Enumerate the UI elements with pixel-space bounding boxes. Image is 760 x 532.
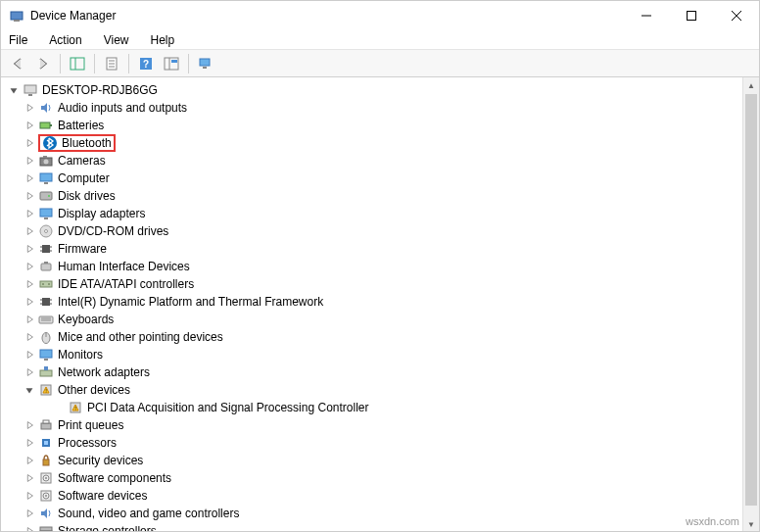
- tree-item[interactable]: Storage controllers: [5, 522, 742, 532]
- tree-item-label: Audio inputs and outputs: [58, 101, 187, 115]
- expander-icon[interactable]: [23, 348, 36, 362]
- tree-item[interactable]: ! PCI Data Acquisition and Signal Proces…: [5, 399, 742, 416]
- scroll-thumb[interactable]: [745, 94, 757, 506]
- tree-item-label: Software devices: [58, 489, 147, 503]
- expander-icon[interactable]: [23, 171, 36, 185]
- scroll-down-arrow[interactable]: ▼: [743, 516, 759, 532]
- close-button[interactable]: [714, 1, 759, 30]
- tree-item[interactable]: Monitors: [5, 346, 742, 363]
- device-tree[interactable]: DESKTOP-RDJB6GG Audio inputs and outputs…: [1, 77, 742, 532]
- tree-item[interactable]: Intel(R) Dynamic Platform and Thermal Fr…: [5, 293, 742, 311]
- expander-icon[interactable]: [7, 83, 21, 97]
- keyboard-icon: [38, 312, 54, 327]
- expander-icon[interactable]: [23, 436, 36, 450]
- expander-icon[interactable]: [23, 207, 36, 220]
- tree-item[interactable]: Software components: [5, 469, 742, 487]
- expander-icon[interactable]: [23, 224, 36, 238]
- tree-item-label: Software components: [58, 471, 171, 485]
- properties-button[interactable]: [101, 53, 122, 74]
- expander-icon[interactable]: [23, 277, 36, 291]
- expander-icon[interactable]: [23, 313, 36, 326]
- tree-item-label: Cameras: [58, 154, 106, 168]
- expander-icon[interactable]: [23, 154, 36, 168]
- menu-help[interactable]: Help: [147, 31, 179, 49]
- tree-item[interactable]: Network adapters: [5, 363, 742, 381]
- svg-rect-1: [14, 20, 20, 22]
- expander-icon[interactable]: [23, 365, 36, 379]
- tree-root[interactable]: DESKTOP-RDJB6GG: [5, 81, 742, 99]
- tree-item-label: Keyboards: [58, 313, 114, 326]
- svg-rect-14: [165, 58, 178, 70]
- tree-item[interactable]: Security devices: [5, 452, 742, 469]
- forward-button[interactable]: [32, 53, 54, 74]
- maximize-button[interactable]: [669, 1, 714, 30]
- devices-button[interactable]: [195, 53, 216, 74]
- tree-item[interactable]: Mice and other pointing devices: [5, 328, 742, 346]
- tree-item-label: Mice and other pointing devices: [58, 330, 223, 344]
- tree-item-label: Print queues: [58, 418, 123, 432]
- tree-item[interactable]: Audio inputs and outputs: [5, 99, 742, 117]
- tree-item-label: Batteries: [58, 119, 104, 132]
- expander-icon[interactable]: [23, 119, 36, 132]
- scroll-up-arrow[interactable]: ▲: [743, 77, 759, 94]
- expander-icon[interactable]: [23, 471, 36, 485]
- svg-point-25: [44, 160, 49, 165]
- expander-icon[interactable]: [23, 189, 36, 203]
- warning-icon: !: [68, 400, 83, 415]
- menubar: File Action View Help: [1, 30, 759, 50]
- tree-item[interactable]: Firmware: [5, 240, 742, 258]
- expander-icon[interactable]: [23, 260, 36, 273]
- tree-item[interactable]: Disk drives: [5, 187, 742, 205]
- svg-point-43: [42, 283, 44, 285]
- expander-icon[interactable]: [23, 524, 36, 532]
- tree-item[interactable]: Sound, video and game controllers: [5, 505, 742, 522]
- expander-spacer: [52, 401, 66, 414]
- tree-item[interactable]: DVD/CD-ROM drives: [5, 222, 742, 240]
- tree-item[interactable]: IDE ATA/ATAPI controllers: [5, 275, 742, 293]
- battery-icon: [38, 118, 54, 133]
- show-hide-tree-button[interactable]: [67, 53, 88, 74]
- toolbar-separator: [188, 54, 189, 73]
- svg-rect-31: [40, 209, 52, 217]
- expander-icon[interactable]: [23, 489, 36, 503]
- tree-item[interactable]: Processors: [5, 434, 742, 452]
- vertical-scrollbar[interactable]: ▲ ▼: [742, 77, 759, 532]
- expander-icon[interactable]: [23, 507, 36, 520]
- scan-hardware-button[interactable]: [161, 53, 182, 74]
- expander-icon[interactable]: [23, 242, 36, 256]
- expander-icon[interactable]: [23, 136, 36, 150]
- svg-rect-16: [171, 60, 177, 63]
- tree-item-label: DVD/CD-ROM drives: [58, 224, 168, 238]
- computer-icon: [23, 82, 38, 98]
- expander-icon[interactable]: [23, 101, 36, 115]
- tree-item[interactable]: Bluetooth: [5, 134, 742, 152]
- window-controls: [624, 1, 759, 30]
- tree-item[interactable]: Keyboards: [5, 311, 742, 328]
- tree-item[interactable]: Software devices: [5, 487, 742, 505]
- tree-item[interactable]: Batteries: [5, 117, 742, 134]
- menu-action[interactable]: Action: [45, 31, 85, 49]
- expander-icon[interactable]: [23, 454, 36, 467]
- tree-item[interactable]: Display adapters: [5, 205, 742, 222]
- svg-point-30: [48, 195, 50, 197]
- back-button[interactable]: [7, 53, 28, 74]
- menu-file[interactable]: File: [5, 31, 31, 49]
- tree-item[interactable]: Computer: [5, 169, 742, 187]
- tree-item[interactable]: Human Interface Devices: [5, 258, 742, 275]
- svg-rect-57: [40, 370, 52, 376]
- tree-item-label: Computer: [58, 171, 110, 185]
- expander-icon[interactable]: [23, 383, 36, 397]
- expander-icon[interactable]: [23, 330, 36, 344]
- tree-item[interactable]: ! Other devices: [5, 381, 742, 399]
- menu-view[interactable]: View: [100, 31, 133, 49]
- svg-rect-64: [43, 420, 49, 423]
- expander-icon[interactable]: [23, 295, 36, 309]
- expander-icon[interactable]: [23, 418, 36, 432]
- minimize-button[interactable]: [624, 1, 669, 30]
- cd-icon: [38, 223, 54, 239]
- hid-icon: [38, 259, 54, 274]
- toolbar: ?: [1, 50, 759, 77]
- tree-item[interactable]: Print queues: [5, 416, 742, 434]
- help-button[interactable]: ?: [135, 53, 157, 74]
- tree-item[interactable]: Cameras: [5, 152, 742, 169]
